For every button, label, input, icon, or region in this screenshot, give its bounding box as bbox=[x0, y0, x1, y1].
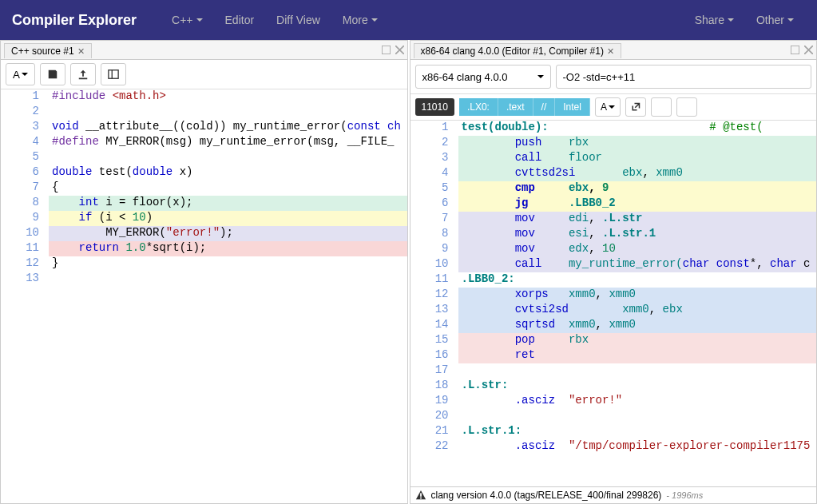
source-tab[interactable]: C++ source #1 ✕ bbox=[4, 43, 92, 58]
code-line[interactable]: 5 cmp ebx, 9 bbox=[410, 181, 817, 196]
code-line[interactable]: 6 jg .LBB0_2 bbox=[410, 196, 817, 212]
seg-labels[interactable]: .LX0: bbox=[459, 98, 498, 116]
maximize-icon[interactable] bbox=[382, 46, 391, 54]
line-number: 9 bbox=[1, 211, 49, 226]
code-content: void __attribute__((cold)) my_runtime_er… bbox=[49, 120, 407, 135]
popout-button[interactable] bbox=[625, 97, 646, 117]
seg-text[interactable]: .text bbox=[498, 98, 533, 116]
code-line[interactable]: 1test(double): # @test( bbox=[410, 121, 817, 136]
line-number: 6 bbox=[410, 196, 458, 212]
maximize-icon[interactable] bbox=[791, 46, 799, 54]
line-number: 5 bbox=[1, 150, 49, 165]
close-icon[interactable]: ✕ bbox=[607, 46, 614, 57]
svg-rect-0 bbox=[382, 46, 391, 54]
code-line[interactable]: 19 .asciz "error!" bbox=[410, 394, 817, 409]
close-pane-icon[interactable] bbox=[395, 46, 404, 54]
code-content: .L.str.1: bbox=[458, 424, 817, 439]
code-line[interactable]: 18.L.str: bbox=[410, 379, 817, 394]
close-pane-icon[interactable] bbox=[804, 46, 813, 54]
binary-toggle[interactable]: 11010 bbox=[415, 98, 454, 116]
code-line[interactable]: 15 pop rbx bbox=[410, 333, 817, 348]
nav-share[interactable]: Share bbox=[684, 14, 745, 26]
code-line[interactable]: 13 bbox=[1, 272, 407, 287]
code-line[interactable]: 17 bbox=[410, 363, 817, 379]
settings-button[interactable] bbox=[676, 97, 697, 117]
nav-diff[interactable]: Diff View bbox=[265, 14, 331, 26]
seg-intel[interactable]: Intel bbox=[555, 98, 590, 116]
svg-point-4 bbox=[684, 104, 689, 109]
line-number: 7 bbox=[410, 212, 458, 227]
code-line[interactable]: 7{ bbox=[1, 181, 407, 196]
line-number: 15 bbox=[410, 333, 458, 348]
code-line[interactable]: 9 if (i < 10) bbox=[1, 211, 407, 226]
asm-font-button[interactable]: A bbox=[595, 97, 621, 117]
toggle-button[interactable] bbox=[101, 63, 126, 85]
nav-editor[interactable]: Editor bbox=[214, 14, 266, 26]
code-content: if (i < 10) bbox=[49, 211, 407, 226]
close-icon[interactable]: ✕ bbox=[77, 46, 85, 57]
code-line[interactable]: 22 .asciz "/tmp/compiler-explorer-compil… bbox=[410, 439, 817, 454]
asm-editor[interactable]: 1test(double): # @test(2 push rbx3 call … bbox=[410, 121, 817, 486]
code-line[interactable]: 12} bbox=[1, 256, 407, 272]
svg-rect-7 bbox=[420, 498, 422, 499]
line-number: 3 bbox=[410, 151, 458, 166]
compiler-tab[interactable]: x86-64 clang 4.0.0 (Editor #1, Compiler … bbox=[414, 43, 621, 58]
save-button[interactable] bbox=[40, 63, 65, 85]
font-size-button[interactable]: A bbox=[6, 63, 35, 85]
line-number: 3 bbox=[1, 120, 49, 135]
code-line[interactable]: 11.LBB0_2: bbox=[410, 272, 817, 288]
code-content bbox=[49, 105, 407, 120]
nav-more[interactable]: More bbox=[331, 14, 389, 26]
code-line[interactable]: 6double test(double x) bbox=[1, 165, 407, 181]
code-line[interactable]: 7 mov edi, .L.str bbox=[410, 212, 817, 227]
code-content: cvttsd2si ebx, xmm0 bbox=[458, 166, 817, 181]
code-content: call floor bbox=[458, 151, 817, 166]
source-editor[interactable]: 1#include <math.h>23void __attribute__((… bbox=[1, 89, 407, 503]
code-line[interactable]: 14 sqrtsd xmm0, xmm0 bbox=[410, 318, 817, 333]
code-line[interactable]: 11 return 1.0*sqrt(i); bbox=[1, 241, 407, 256]
line-number: 4 bbox=[1, 135, 49, 150]
code-line[interactable]: 8 int i = floor(x); bbox=[1, 196, 407, 211]
line-number: 10 bbox=[1, 226, 49, 241]
warning-icon bbox=[415, 490, 426, 501]
caret-icon bbox=[728, 18, 734, 22]
code-content: ret bbox=[458, 348, 817, 363]
seg-comments[interactable]: // bbox=[533, 98, 556, 116]
nav-other[interactable]: Other bbox=[745, 14, 805, 26]
code-line[interactable]: 2 push rbx bbox=[410, 136, 817, 151]
compiler-flags-input[interactable] bbox=[556, 65, 812, 89]
code-line[interactable]: 9 mov edx, 10 bbox=[410, 242, 817, 257]
line-number: 17 bbox=[410, 363, 458, 379]
code-line[interactable]: 1#include <math.h> bbox=[1, 89, 407, 105]
code-line[interactable]: 5 bbox=[1, 150, 407, 165]
main: C++ source #1 ✕ A 1#include <math.h>23vo… bbox=[0, 40, 817, 504]
code-line[interactable]: 4 cvttsd2si ebx, xmm0 bbox=[410, 166, 817, 181]
code-line[interactable]: 10 MY_ERROR("error!"); bbox=[1, 226, 407, 241]
nav-lang[interactable]: C++ bbox=[161, 14, 213, 26]
code-content: sqrtsd xmm0, xmm0 bbox=[458, 318, 817, 333]
line-number: 5 bbox=[410, 181, 458, 196]
code-line[interactable]: 13 cvtsi2sd xmm0, ebx bbox=[410, 303, 817, 318]
compiler-select[interactable]: x86-64 clang 4.0.0 bbox=[415, 65, 551, 89]
line-number: 20 bbox=[410, 409, 458, 424]
code-line[interactable]: 3void __attribute__((cold)) my_runtime_e… bbox=[1, 120, 407, 135]
brand[interactable]: Compiler Explorer bbox=[12, 12, 137, 29]
code-line[interactable]: 10 call my_runtime_error(char const*, ch… bbox=[410, 257, 817, 272]
code-line[interactable]: 4#define MY_ERROR(msg) my_runtime_error(… bbox=[1, 135, 407, 150]
code-content: mov esi, .L.str.1 bbox=[458, 227, 817, 242]
line-number: 8 bbox=[410, 227, 458, 242]
code-content: double test(double x) bbox=[49, 165, 407, 181]
code-line[interactable]: 21.L.str.1: bbox=[410, 424, 817, 439]
code-line[interactable]: 20 bbox=[410, 409, 817, 424]
compiler-selected: x86-64 clang 4.0.0 bbox=[422, 71, 508, 83]
code-line[interactable]: 3 call floor bbox=[410, 151, 817, 166]
code-content bbox=[49, 272, 407, 287]
code-content: .asciz "/tmp/compiler-explorer-compiler1… bbox=[458, 439, 817, 454]
source-tab-label: C++ source #1 bbox=[11, 46, 74, 57]
code-line[interactable]: 12 xorps xmm0, xmm0 bbox=[410, 288, 817, 303]
output-button[interactable] bbox=[651, 97, 672, 117]
code-line[interactable]: 16 ret bbox=[410, 348, 817, 363]
code-line[interactable]: 2 bbox=[1, 105, 407, 120]
load-button[interactable] bbox=[70, 63, 96, 85]
code-line[interactable]: 8 mov esi, .L.str.1 bbox=[410, 227, 817, 242]
